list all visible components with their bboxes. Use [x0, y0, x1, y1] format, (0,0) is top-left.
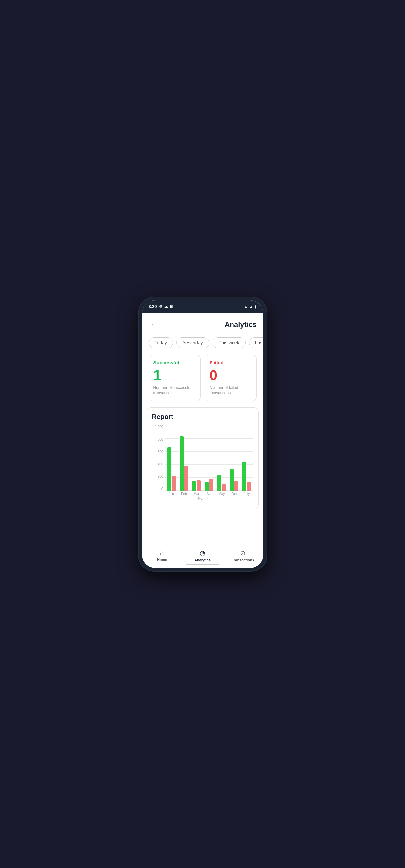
failed-value: 0	[210, 368, 252, 382]
bar-green-apr	[205, 482, 209, 491]
nav-home[interactable]: ⌂ Home	[142, 549, 182, 564]
bar-red-jun	[235, 481, 239, 491]
bar-green-jan	[167, 447, 171, 491]
nav-transactions[interactable]: ⊙ Transactions	[223, 549, 263, 564]
bar-group-jun	[228, 425, 240, 491]
battery-icon: ▮	[254, 304, 257, 309]
app-content: ← Analytics Today Yesterday This week La…	[142, 313, 263, 545]
bar-red-mar	[197, 480, 201, 491]
transactions-icon: ⊙	[240, 549, 246, 557]
chart-container: 1,000 800 600 400 200 0	[152, 425, 253, 504]
filter-tab-yesterday[interactable]: Yesterday	[177, 337, 209, 348]
wifi-icon: ▲	[244, 304, 248, 309]
analytics-icon: ◔	[200, 549, 205, 557]
bar-green-feb	[180, 436, 184, 491]
status-left: 3:20 ⚙ ☁ ▣	[149, 304, 173, 309]
filter-tab-lastweek[interactable]: Last week	[249, 337, 263, 348]
nav-transactions-label: Transactions	[232, 558, 254, 562]
filter-tab-today[interactable]: Today	[149, 337, 173, 348]
sim-icon: ▣	[170, 304, 173, 309]
x-label-mar: Mar	[190, 492, 202, 496]
failed-description: Number of failed transactions	[210, 385, 252, 396]
bar-green-july	[242, 462, 246, 491]
bar-group-may	[215, 425, 228, 491]
report-card: Report 1,000 800 600 400 200 0	[147, 407, 259, 509]
stats-row: Successful 1 Number of successful transa…	[142, 352, 263, 406]
nav-analytics-label: Analytics	[194, 558, 211, 562]
nav-home-label: Home	[157, 558, 167, 562]
bar-group-july	[240, 425, 253, 491]
phone-frame: 3:20 ⚙ ☁ ▣ ▲ ▲ ▮ ← Analytics Today	[139, 297, 267, 571]
bar-group-apr	[202, 425, 215, 491]
x-label-apr: Apr	[202, 492, 215, 496]
bar-group-mar	[190, 425, 202, 491]
x-label-july: July	[240, 492, 253, 496]
cloud-icon: ☁	[164, 304, 168, 309]
successful-label: Successful	[153, 360, 196, 366]
status-right: ▲ ▲ ▮	[244, 304, 257, 309]
successful-card: Successful 1 Number of successful transa…	[149, 355, 201, 401]
nav-analytics[interactable]: ◔ Analytics	[182, 549, 223, 564]
phone-screen: 3:20 ⚙ ☁ ▣ ▲ ▲ ▮ ← Analytics Today	[142, 301, 263, 568]
bars-wrapper	[152, 425, 253, 491]
status-bar: 3:20 ⚙ ☁ ▣ ▲ ▲ ▮	[142, 301, 263, 313]
x-label-feb: Feb	[178, 492, 190, 496]
x-label-jun: Jun	[228, 492, 240, 496]
bar-group-feb	[178, 425, 190, 491]
bar-green-may	[217, 475, 221, 491]
bar-group-jan	[165, 425, 178, 491]
filter-tab-thisweek[interactable]: This week	[213, 337, 246, 348]
report-title: Report	[152, 413, 253, 421]
signal-icon: ▲	[249, 304, 253, 309]
home-indicator	[186, 564, 219, 565]
page-title: Analytics	[225, 320, 257, 329]
x-axis-label: Month	[152, 496, 253, 500]
bar-green-jun	[230, 469, 234, 491]
filter-tabs-row: Today Yesterday This week Last week	[142, 335, 263, 352]
failed-label: Failed	[210, 360, 252, 366]
settings-icon: ⚙	[159, 304, 162, 309]
bar-green-mar	[192, 480, 196, 491]
back-arrow-icon: ←	[151, 321, 158, 329]
chart-area: 1,000 800 600 400 200 0	[152, 425, 253, 491]
bar-red-may	[222, 484, 226, 491]
x-label-jan: Jan	[165, 492, 178, 496]
failed-card: Failed 0 Number of failed transactions	[205, 355, 257, 401]
bar-red-feb	[184, 466, 188, 491]
x-label-may: May	[215, 492, 228, 496]
app-header: ← Analytics	[142, 313, 263, 335]
x-axis: JanFebMarAprMayJunJuly	[152, 492, 253, 496]
bar-red-apr	[209, 479, 213, 491]
bar-red-july	[247, 482, 251, 491]
time-display: 3:20	[149, 304, 157, 309]
successful-value: 1	[153, 368, 196, 382]
bar-red-jan	[172, 476, 176, 491]
back-button[interactable]: ←	[149, 319, 160, 331]
successful-description: Number of successful transactions	[153, 385, 196, 396]
home-icon: ⌂	[160, 549, 164, 557]
